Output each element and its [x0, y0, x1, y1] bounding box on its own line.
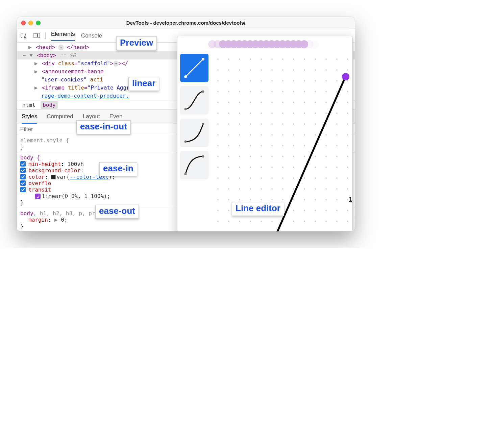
svg-point-4 [184, 75, 187, 78]
tab-console[interactable]: Console [80, 32, 103, 39]
titlebar: DevTools - developer.chrome.com/docs/dev… [17, 17, 355, 29]
tab-computed[interactable]: Computed [47, 113, 73, 124]
svg-point-10 [184, 173, 187, 175]
svg-rect-2 [38, 33, 40, 38]
window-title: DevTools - developer.chrome.com/docs/dev… [17, 20, 355, 26]
svg-point-7 [202, 91, 204, 93]
preset-linear[interactable] [180, 54, 208, 82]
expand-icon[interactable]: ▶ [34, 59, 39, 68]
toggle-declaration-checkbox[interactable] [20, 168, 26, 173]
svg-point-5 [202, 58, 204, 60]
annotation-ease-in: ease-in [99, 162, 137, 176]
color-swatch-icon[interactable] [51, 175, 56, 179]
collapse-icon[interactable]: ▼ [29, 51, 33, 59]
inspect-element-icon[interactable] [20, 32, 28, 40]
expand-icon[interactable]: ▶ [34, 68, 39, 76]
svg-point-6 [184, 108, 187, 110]
toggle-declaration-checkbox[interactable] [20, 174, 26, 179]
svg-rect-1 [33, 34, 38, 37]
toggle-declaration-checkbox[interactable] [20, 161, 26, 167]
toggle-declaration-checkbox[interactable] [20, 187, 26, 192]
expand-icon[interactable]: ▶ [28, 43, 32, 51]
annotation-linear: linear [128, 77, 159, 91]
breadcrumb-item-selected[interactable]: body [41, 101, 58, 109]
easing-preset-list [178, 52, 211, 231]
device-toolbar-icon[interactable] [32, 32, 41, 40]
svg-point-8 [184, 141, 187, 143]
svg-point-9 [202, 123, 204, 125]
ellipsis-icon: ⋯ [23, 52, 29, 58]
annotation-preview: Preview [116, 36, 157, 50]
annotation-ease-in-out: ease-in-out [76, 120, 131, 134]
easing-preview [178, 37, 352, 52]
svg-point-11 [202, 155, 204, 158]
curve-handle-end[interactable] [342, 73, 349, 80]
annotation-ease-out: ease-out [95, 205, 139, 219]
expand-icon[interactable]: ▶ [54, 217, 61, 223]
source-index-badge[interactable]: 1 [349, 196, 352, 202]
toggle-declaration-checkbox[interactable] [20, 180, 26, 186]
tab-styles[interactable]: Styles [22, 113, 37, 124]
svg-line-3 [186, 59, 203, 77]
ellipsis-icon[interactable]: ⋯ [58, 45, 64, 50]
preset-ease-in[interactable] [180, 119, 208, 147]
styles-filter-input[interactable]: Filter [20, 126, 33, 132]
tab-elements[interactable]: Elements [50, 31, 76, 41]
easing-swatch-icon[interactable] [35, 194, 41, 199]
expand-icon[interactable]: ▶ [34, 84, 39, 92]
preset-ease-out[interactable] [180, 151, 208, 179]
annotation-line-editor: Line editor [232, 202, 284, 216]
svg-line-12 [274, 77, 346, 231]
preset-ease-in-out[interactable] [180, 86, 208, 115]
ellipsis-icon[interactable]: ⋯ [114, 61, 119, 67]
breadcrumb-item[interactable]: html [20, 101, 38, 109]
